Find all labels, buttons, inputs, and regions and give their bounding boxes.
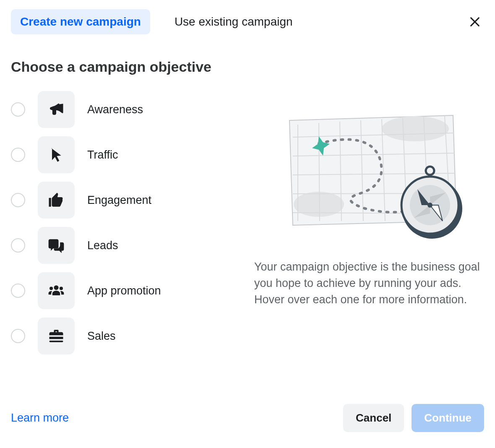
radio-traffic[interactable]: [11, 148, 25, 162]
svg-point-26: [427, 203, 432, 208]
close-button[interactable]: [466, 13, 484, 31]
objective-sales[interactable]: Sales: [11, 318, 229, 354]
objective-label: App promotion: [87, 284, 161, 297]
svg-point-3: [50, 287, 53, 290]
svg-point-2: [54, 285, 59, 290]
thumbs-up-icon: [38, 182, 75, 219]
radio-sales[interactable]: [11, 329, 25, 343]
svg-rect-5: [50, 337, 63, 339]
svg-rect-6: [50, 341, 63, 342]
objective-list: Awareness Traffic Engagement Leads: [11, 91, 229, 354]
dialog-footer: Learn more Cancel Continue: [11, 404, 484, 432]
radio-engagement[interactable]: [11, 193, 25, 207]
radio-app-promotion[interactable]: [11, 284, 25, 298]
objective-app-promotion[interactable]: App promotion: [11, 272, 229, 309]
cancel-button[interactable]: Cancel: [343, 404, 404, 432]
briefcase-icon: [38, 318, 75, 354]
map-compass-illustration: [273, 108, 466, 242]
chat-bubbles-icon: [38, 227, 75, 264]
radio-leads[interactable]: [11, 238, 25, 253]
objective-label: Traffic: [87, 148, 118, 161]
radio-awareness[interactable]: [11, 102, 25, 117]
objective-label: Leads: [87, 239, 118, 252]
tab-use-existing-campaign[interactable]: Use existing campaign: [165, 9, 302, 34]
close-icon: [469, 16, 481, 28]
cursor-icon: [38, 136, 75, 173]
svg-point-4: [60, 287, 63, 290]
objective-label: Sales: [87, 330, 116, 343]
tab-create-new-campaign[interactable]: Create new campaign: [11, 9, 150, 34]
objective-awareness[interactable]: Awareness: [11, 91, 229, 128]
users-icon: [38, 272, 75, 309]
megaphone-icon: [38, 91, 75, 128]
page-title: Choose a campaign objective: [11, 59, 484, 75]
continue-button[interactable]: Continue: [412, 404, 484, 432]
objective-engagement[interactable]: Engagement: [11, 182, 229, 219]
info-panel: Your campaign objective is the business …: [254, 91, 484, 354]
objective-label: Engagement: [87, 194, 151, 207]
objective-label: Awareness: [87, 103, 143, 116]
objective-leads[interactable]: Leads: [11, 227, 229, 264]
learn-more-link[interactable]: Learn more: [11, 412, 69, 425]
top-tab-bar: Create new campaign Use existing campaig…: [11, 8, 484, 35]
svg-point-8: [382, 116, 449, 141]
objective-traffic[interactable]: Traffic: [11, 136, 229, 173]
info-description: Your campaign objective is the business …: [254, 259, 484, 308]
